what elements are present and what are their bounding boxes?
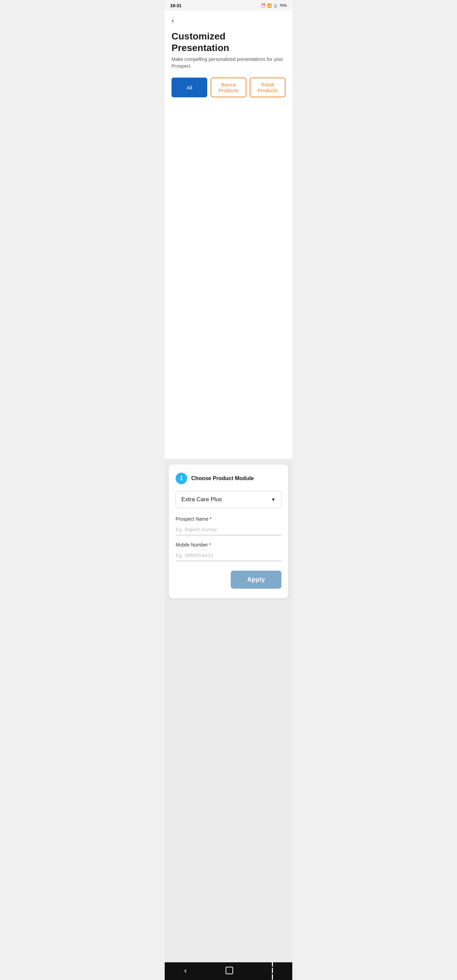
nav-home-icon[interactable] [226,967,233,974]
dropdown-arrow-icon: ▼ [271,497,275,502]
dropdown-selected-text: Extra Care Plus [182,496,222,503]
tab-group: All Banca Products Retail Products [172,78,285,97]
tab-all[interactable]: All [172,78,207,97]
prospect-name-input[interactable] [175,524,282,535]
page-subtitle: Make compelling personalized presentatio… [172,56,285,69]
tab-retail[interactable]: Retail Products [250,78,285,97]
page-title: Customized Presentation [172,30,285,53]
main-content: ‹ Customized Presentation Make compellin… [165,11,292,459]
step-header: 1 Choose Product Module [175,473,282,484]
apply-button[interactable]: Apply [231,571,282,589]
status-icons: ⏰ 📶 📡 70% [261,3,287,8]
apply-btn-wrapper: Apply [175,571,282,589]
tab-banca[interactable]: Banca Products [211,78,246,97]
bottom-nav: ‹ [165,962,292,980]
prospect-name-group: Prospect Name * [175,516,282,535]
mobile-number-input[interactable] [175,550,282,561]
status-bar: 19:31 ⏰ 📶 📡 70% [165,0,292,11]
nav-back-icon[interactable]: ‹ [184,966,187,975]
product-module-dropdown[interactable]: Extra Care Plus ▼ [175,491,282,508]
prospect-name-label: Prospect Name * [175,516,282,522]
mobile-number-group: Mobile Number * [175,542,282,561]
alarm-icon: ⏰ [261,3,266,8]
back-button[interactable]: ‹ [172,16,174,25]
step-badge: 1 [175,473,187,484]
gray-section: 1 Choose Product Module Extra Care Plus … [165,459,292,962]
wifi-icon: 📶 [267,3,272,8]
form-card: 1 Choose Product Module Extra Care Plus … [169,465,288,598]
mobile-number-label: Mobile Number * [175,542,282,547]
signal-icon: 📡 [273,3,278,8]
step-label: Choose Product Module [191,476,254,482]
status-time: 19:31 [170,3,182,8]
battery-label: 70% [279,3,287,8]
nav-recent-icon[interactable] [272,961,273,980]
